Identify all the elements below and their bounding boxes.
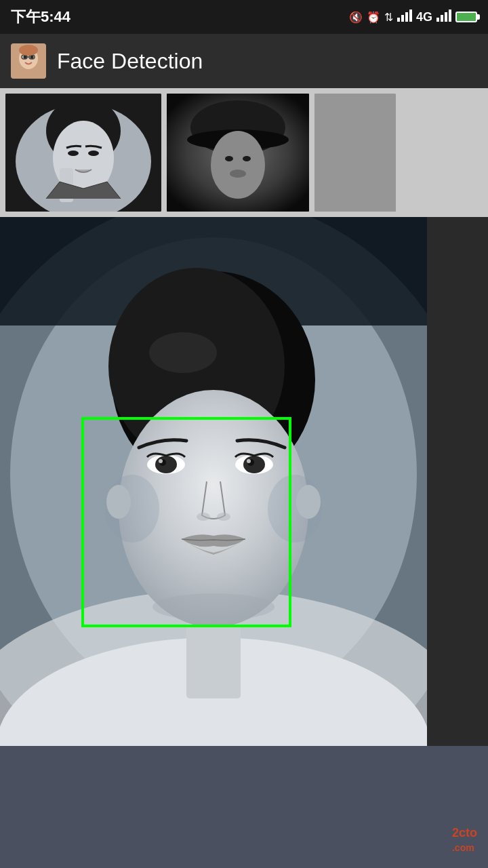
battery-icon bbox=[455, 12, 477, 22]
mute-icon: 🔇 bbox=[349, 11, 363, 24]
face-detection-box bbox=[81, 417, 291, 627]
svg-rect-3 bbox=[409, 9, 412, 22]
svg-rect-32 bbox=[314, 94, 396, 212]
thumbnail-1[interactable] bbox=[5, 94, 161, 212]
status-bar: 下午5:44 🔇 ⏰ ⇅ 4G bbox=[0, 0, 488, 34]
app-icon bbox=[11, 43, 46, 79]
thumbnail-2-image bbox=[167, 94, 309, 212]
main-content bbox=[0, 88, 488, 868]
watermark-text: 2cto bbox=[452, 826, 477, 840]
app-header: Face Detection bbox=[0, 34, 488, 88]
svg-rect-0 bbox=[397, 18, 400, 22]
svg-point-11 bbox=[30, 55, 34, 59]
network-4g-label: 4G bbox=[416, 10, 432, 24]
signal2-icon bbox=[436, 9, 451, 24]
bottom-strip bbox=[0, 746, 488, 868]
app-title: Face Detection bbox=[57, 49, 203, 74]
watermark: 2cto.com bbox=[452, 826, 477, 854]
svg-rect-7 bbox=[449, 9, 451, 22]
status-time: 下午5:44 bbox=[11, 7, 70, 27]
svg-point-21 bbox=[88, 151, 99, 156]
signal-icon bbox=[397, 9, 412, 24]
svg-point-29 bbox=[243, 156, 251, 161]
svg-rect-6 bbox=[445, 12, 447, 22]
watermark-domain: .com bbox=[452, 842, 474, 853]
svg-point-15 bbox=[19, 45, 38, 56]
svg-rect-4 bbox=[436, 18, 439, 22]
svg-rect-2 bbox=[405, 12, 408, 22]
status-icons: 🔇 ⏰ ⇅ 4G bbox=[349, 9, 477, 24]
svg-point-42 bbox=[149, 332, 217, 373]
thumbnail-2[interactable] bbox=[167, 94, 309, 212]
svg-rect-1 bbox=[401, 15, 404, 22]
svg-rect-5 bbox=[441, 15, 443, 22]
data-transfer-icon: ⇅ bbox=[384, 11, 393, 24]
svg-point-27 bbox=[211, 131, 265, 199]
svg-point-30 bbox=[230, 170, 246, 178]
thumbnail-3-image bbox=[314, 94, 396, 212]
thumbnail-3[interactable] bbox=[314, 94, 396, 212]
thumbnail-strip bbox=[0, 88, 488, 217]
svg-point-28 bbox=[225, 156, 233, 161]
main-photo[interactable] bbox=[0, 217, 488, 746]
alarm-icon: ⏰ bbox=[367, 11, 380, 24]
thumbnail-1-image bbox=[5, 94, 161, 212]
svg-point-20 bbox=[68, 151, 79, 156]
